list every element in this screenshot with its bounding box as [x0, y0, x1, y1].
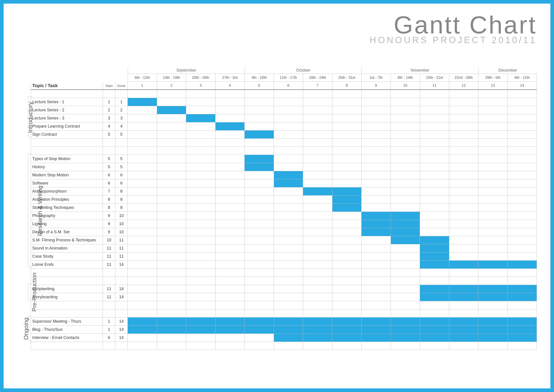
week-date-header: 27th - 3rd [215, 74, 245, 82]
week-num-header: 6 [274, 82, 303, 90]
week-date-header: 6th - 12th [508, 74, 537, 82]
gantt-cell [128, 131, 157, 139]
gantt-bar [420, 293, 449, 301]
gantt-cell [332, 212, 362, 220]
gantt-cell [303, 196, 332, 204]
gantt-cell [245, 187, 274, 196]
gantt-cell [449, 196, 479, 204]
gantt-cell [157, 261, 187, 269]
gantt-cell [478, 98, 508, 106]
gantt-bar [215, 326, 245, 334]
gantt-bar [478, 293, 508, 301]
gantt-cell [361, 114, 391, 122]
task-name: Sound In Animation [31, 244, 103, 252]
gantt-cell [508, 220, 537, 228]
gantt-cell [508, 171, 537, 179]
gantt-cell [215, 204, 245, 212]
gantt-cell [420, 106, 449, 114]
gantt-bar [157, 317, 187, 326]
gantt-cell [215, 187, 245, 196]
gantt-cell [274, 261, 303, 269]
gantt-cell [128, 334, 157, 342]
task-start: 5 [103, 163, 115, 171]
task-start: 11 [103, 252, 115, 261]
gantt-cell [157, 122, 187, 131]
gantt-cell [391, 171, 420, 179]
gantt-cell [186, 155, 215, 163]
gantt-cell [332, 228, 362, 236]
gantt-cell [420, 163, 449, 171]
gantt-cell [303, 204, 332, 212]
gantt-bar [508, 285, 537, 293]
gantt-cell [157, 220, 187, 228]
gantt-bar [508, 334, 537, 342]
gantt-cell [420, 179, 449, 187]
gantt-cell [157, 187, 187, 196]
gantt-cell [303, 244, 332, 252]
task-start: 11 [103, 285, 115, 293]
gantt-cell [128, 114, 157, 122]
gantt-cell [420, 114, 449, 122]
gantt-bar [449, 326, 479, 334]
task-done: 1 [115, 98, 128, 106]
gantt-bar [245, 326, 274, 334]
task-name: Case Study [31, 252, 103, 261]
gantt-cell [478, 163, 508, 171]
task-done: 11 [115, 244, 128, 252]
gantt-cell [215, 261, 245, 269]
task-done: 14 [115, 326, 128, 334]
task-name: Modern Stop Motion [31, 171, 103, 179]
col-start: Start [103, 82, 115, 90]
gantt-cell [245, 98, 274, 106]
gantt-cell [157, 196, 187, 204]
gantt-cell [215, 236, 245, 244]
gantt-cell [361, 236, 391, 244]
gantt-bar [332, 187, 362, 196]
gantt-cell [420, 187, 449, 196]
gantt-cell [332, 236, 362, 244]
task-start: 2 [103, 106, 115, 114]
task-done: 8 [115, 187, 128, 196]
gantt-cell [128, 179, 157, 187]
gantt-cell [303, 252, 332, 261]
gantt-cell [157, 155, 187, 163]
gantt-cell [332, 131, 362, 139]
gantt-cell [361, 244, 391, 252]
gantt-cell [157, 212, 187, 220]
task-done: 10 [115, 220, 128, 228]
task-done: 14 [115, 334, 128, 342]
gantt-cell [157, 171, 187, 179]
task-name: Lecture Series - 2 [31, 106, 103, 114]
gantt-cell [303, 122, 332, 131]
gantt-cell [303, 285, 332, 293]
gantt-cell [420, 131, 449, 139]
gantt-cell [449, 228, 479, 236]
gantt-bar [391, 228, 420, 236]
gantt-bar [508, 317, 537, 326]
gantt-cell [391, 196, 420, 204]
gantt-cell [186, 244, 215, 252]
gantt-bar [391, 317, 420, 326]
week-num-header: 9 [361, 82, 391, 90]
gantt-cell [361, 293, 391, 301]
gantt-bar [449, 261, 479, 269]
gantt-cell [449, 163, 479, 171]
week-date-header: 8th - 14th [391, 74, 420, 82]
task-done: 14 [115, 285, 128, 293]
gantt-bar [478, 326, 508, 334]
gantt-cell [274, 163, 303, 171]
gantt-cell [245, 228, 274, 236]
gantt-cell [361, 171, 391, 179]
gantt-bar [420, 334, 449, 342]
task-done: 14 [115, 293, 128, 301]
gantt-cell [128, 155, 157, 163]
gantt-cell [128, 285, 157, 293]
week-date-header: 22nd - 28th [449, 74, 479, 82]
task-done: 5 [115, 155, 128, 163]
task-name: History [31, 163, 103, 171]
task-done: 6 [115, 171, 128, 179]
task-start: 1 [103, 326, 115, 334]
gantt-cell [215, 293, 245, 301]
week-date-header: 13th - 19th [157, 74, 187, 82]
task-start: 7 [103, 187, 115, 196]
